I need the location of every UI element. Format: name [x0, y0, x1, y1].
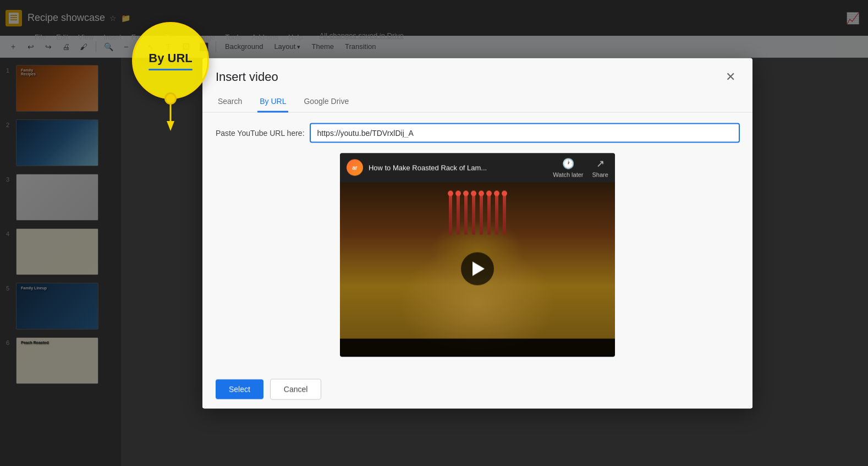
select-button[interactable]: Select	[216, 379, 263, 399]
bone-3	[464, 190, 468, 234]
dialog-close-button[interactable]: ✕	[722, 68, 739, 85]
dialog-footer: Select Cancel	[202, 370, 752, 408]
watch-later-action[interactable]: 🕐 Watch later	[553, 157, 583, 178]
bone-5	[480, 190, 483, 234]
dialog-body: Paste YouTube URL here: ar How to Make R…	[202, 112, 752, 370]
dialog-tabs: Search By URL Google Drive	[202, 91, 752, 112]
callout-circle: By URL	[132, 22, 209, 99]
tab-search[interactable]: Search	[216, 91, 244, 112]
cancel-button[interactable]: Cancel	[270, 379, 322, 399]
bone-6	[487, 190, 491, 234]
video-preview: ar How to Make Roasted Rack of Lam... 🕐 …	[340, 153, 615, 357]
url-label: Paste YouTube URL here:	[216, 128, 305, 137]
url-input[interactable]	[310, 123, 739, 142]
yt-avatar: ar	[347, 160, 363, 176]
callout-text: By URL	[149, 51, 192, 65]
video-main	[340, 182, 615, 355]
bone-4	[472, 190, 475, 234]
insert-video-dialog: Insert video ✕ Search By URL Google Driv…	[202, 58, 752, 408]
callout-dot	[164, 92, 177, 105]
video-top-actions: 🕐 Watch later ↗ Share	[553, 157, 608, 178]
play-button[interactable]	[461, 252, 494, 285]
dialog-header: Insert video ✕	[202, 58, 752, 85]
watch-later-icon: 🕐	[562, 157, 574, 169]
share-label: Share	[592, 171, 608, 178]
video-title: How to Make Roasted Rack of Lam...	[369, 163, 547, 172]
video-progress-bar	[340, 338, 615, 355]
bone-2	[457, 190, 460, 234]
svg-marker-1	[167, 121, 174, 131]
callout-underline	[149, 69, 193, 70]
bone-1	[449, 190, 452, 234]
tab-by-url[interactable]: By URL	[257, 91, 288, 112]
watch-later-label: Watch later	[553, 171, 583, 178]
callout-annotation: By URL	[132, 22, 209, 99]
bone-8	[503, 190, 506, 234]
tab-google-drive[interactable]: Google Drive	[301, 91, 351, 112]
video-top-bar: ar How to Make Roasted Rack of Lam... 🕐 …	[340, 153, 615, 182]
lamb-bones-visual	[449, 190, 506, 234]
share-icon: ↗	[596, 157, 605, 169]
url-row: Paste YouTube URL here:	[216, 123, 739, 142]
share-action[interactable]: ↗ Share	[592, 157, 608, 178]
bone-7	[495, 190, 498, 234]
dialog-title: Insert video	[216, 69, 278, 84]
